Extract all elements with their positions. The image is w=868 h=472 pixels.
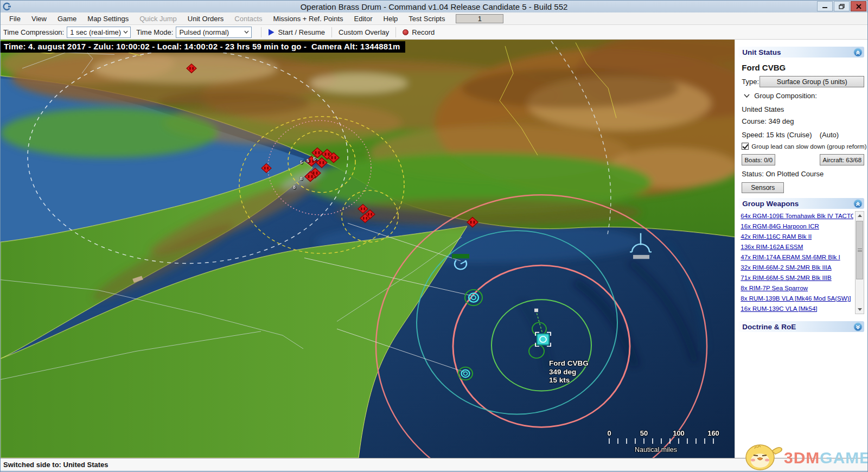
unit-speed-value: Speed: 15 kts (Cruise) xyxy=(742,131,812,139)
time-mode-value: Pulsed (normal) xyxy=(179,28,244,36)
scale-tick-label: 0 xyxy=(607,429,611,437)
scroll-up-icon[interactable] xyxy=(856,212,864,220)
start-resume-label: Start / Resume xyxy=(278,28,325,36)
cluster-count-label: 5 xyxy=(307,158,309,163)
map-scale-bar: 050100160 Nautical miles xyxy=(593,429,719,456)
weapon-link[interactable]: 136x RIM-162A ESSM xyxy=(741,242,853,252)
unit-label-speed: 15 kts xyxy=(549,376,589,385)
minimize-button[interactable] xyxy=(817,1,833,11)
unit-speed-auto: (Auto) xyxy=(820,131,839,139)
time-compression-label: Time Compression: xyxy=(3,28,64,36)
menu-bar: FileViewGameMap SettingsQuick JumpUnit O… xyxy=(1,12,867,25)
menu-items: FileViewGameMap SettingsQuick JumpUnit O… xyxy=(4,12,450,24)
group-lead-checkbox[interactable] xyxy=(742,143,749,150)
scroll-down-icon[interactable] xyxy=(856,305,864,314)
status-bar: Switched side to: United States xyxy=(1,458,867,470)
time-mode-select[interactable]: Pulsed (normal) xyxy=(176,27,252,38)
menu-item[interactable]: File xyxy=(4,12,26,24)
scrollbar-thumb[interactable] xyxy=(856,221,863,279)
weapon-link[interactable]: 64x RGM-109E Tomahawk Blk IV TACTOM xyxy=(741,211,853,221)
map-canvas xyxy=(1,40,735,458)
play-icon xyxy=(268,29,275,36)
waypoint-marker[interactable] xyxy=(534,309,538,312)
weapon-link[interactable]: 8x RIM-7P Sea Sparrow xyxy=(741,283,853,294)
type-label: Type: xyxy=(742,78,759,86)
scale-tick-label: 100 xyxy=(673,429,685,437)
map-time-banner: Time: 4. august 2017 - Zulu: 10:00:02 - … xyxy=(1,41,405,53)
cluster-count-label: 8 xyxy=(293,184,296,190)
collapse-up-icon[interactable] xyxy=(853,48,863,57)
boats-button[interactable]: Boats: 0/0 xyxy=(742,154,775,165)
record-button[interactable]: Record xyxy=(400,28,437,36)
unit-status-text: Status: On Plotted Course xyxy=(742,170,824,178)
doctrine-roe-header[interactable]: Doctrine & RoE xyxy=(738,321,864,332)
sensors-button[interactable]: Sensors xyxy=(742,182,784,193)
title-bar: Operation Brass Drum - Command v1.04 Rel… xyxy=(1,1,867,12)
menu-item[interactable]: Unit Orders xyxy=(182,12,229,24)
unit-course: Course: 349 deg xyxy=(742,117,794,125)
doctrine-roe-header-label: Doctrine & RoE xyxy=(742,323,796,331)
scale-tick-labels: 050100160 xyxy=(593,429,719,437)
restore-button[interactable] xyxy=(834,1,850,11)
toolbar-separator xyxy=(331,27,332,37)
weapon-link[interactable]: 16x RGM-84G Harpoon ICR xyxy=(741,221,853,232)
record-icon xyxy=(403,29,409,35)
toolbar-separator xyxy=(261,27,261,37)
menu-item[interactable]: Test Scripts xyxy=(403,12,450,24)
selected-unit-name: Ford CVBG xyxy=(742,63,786,72)
unit-speed: Speed: 15 kts (Cruise)(Auto) xyxy=(742,131,839,139)
group-weapons-header-label: Group Weapons xyxy=(742,200,799,208)
close-button[interactable] xyxy=(851,1,866,11)
weapon-link[interactable]: 47x RIM-174A ERAM SM-6MR Blk I xyxy=(741,252,853,263)
chevron-down-icon xyxy=(123,30,128,34)
tactical-map[interactable]: Time: 4. august 2017 - Zulu: 10:00:02 - … xyxy=(1,40,735,458)
menu-item[interactable]: Help xyxy=(378,12,404,24)
collapse-up-icon[interactable] xyxy=(853,199,863,208)
menu-counter-box[interactable]: 1 xyxy=(456,14,503,23)
scale-caption: Nautical miles xyxy=(593,446,719,454)
unit-status-header-label: Unit Status xyxy=(742,48,781,56)
menu-item[interactable]: Contacts xyxy=(229,12,267,24)
unit-side: United States xyxy=(742,105,784,113)
unit-type-button[interactable]: Surface Group (5 units) xyxy=(760,76,864,87)
cluster-count-label: 5 xyxy=(300,160,303,165)
chevron-down-icon xyxy=(244,30,249,34)
time-compression-select[interactable]: 1 sec (real-time) xyxy=(67,27,131,38)
group-composition-toggle[interactable]: Group Composition: xyxy=(744,92,817,100)
group-weapons-header[interactable]: Group Weapons xyxy=(738,198,864,209)
custom-overlay-button[interactable]: Custom Overlay xyxy=(336,28,392,36)
group-lead-checkbox-row: Group lead can slow down (group reform) xyxy=(742,143,866,150)
selected-unit-map-label: Ford CVBG 349 deg 15 kts xyxy=(549,359,589,385)
time-mode-label: Time Mode: xyxy=(136,28,173,36)
menu-item[interactable]: Missions + Ref. Points xyxy=(268,12,349,24)
weapon-link[interactable]: 16x RUM-139C VLA [Mk54] xyxy=(741,304,853,314)
record-label: Record xyxy=(412,28,435,36)
toolbar-separator xyxy=(395,27,396,37)
group-weapons-list: 64x RGM-109E Tomahawk Blk IV TACTOM16x R… xyxy=(741,211,853,314)
weapon-link[interactable]: 42x RIM-116C RAM Blk II xyxy=(741,232,853,242)
menu-item[interactable]: Quick Jump xyxy=(134,12,182,24)
weapon-link[interactable]: 32x RIM-66M-2 SM-2MR Blk IIIA xyxy=(741,263,853,273)
scale-tick-label: 160 xyxy=(707,429,719,437)
start-resume-button[interactable]: Start / Resume xyxy=(265,28,328,36)
unit-label-course: 349 deg xyxy=(549,368,589,377)
chevron-down-icon xyxy=(744,94,750,98)
group-composition-label: Group Composition: xyxy=(754,92,817,100)
weapon-link[interactable]: 8x RUM-139B VLA [Mk46 Mod 5A(SW)] xyxy=(741,294,853,304)
group-lead-checkbox-label: Group lead can slow down (group reform) xyxy=(751,143,866,150)
expand-down-icon[interactable] xyxy=(853,322,863,331)
unit-status-header[interactable]: Unit Status xyxy=(738,47,864,58)
status-message: Switched side to: United States xyxy=(3,461,108,469)
weapons-scrollbar[interactable] xyxy=(855,211,864,314)
aircraft-button[interactable]: Aircraft: 63/68 xyxy=(820,154,864,165)
custom-overlay-label: Custom Overlay xyxy=(339,28,389,36)
right-sidebar: Unit Status Ford CVBG Type: Surface Grou… xyxy=(735,40,867,458)
menu-item[interactable]: Editor xyxy=(349,12,378,24)
menu-item[interactable]: View xyxy=(26,12,52,24)
weapon-link[interactable]: 71x RIM-66M-5 SM-2MR Blk IIIB xyxy=(741,273,853,283)
time-compression-value: 1 sec (real-time) xyxy=(70,28,123,36)
menu-item[interactable]: Map Settings xyxy=(82,12,134,24)
unit-label-name: Ford CVBG xyxy=(549,359,589,368)
app-window: Operation Brass Drum - Command v1.04 Rel… xyxy=(0,0,868,472)
menu-item[interactable]: Game xyxy=(52,12,82,24)
